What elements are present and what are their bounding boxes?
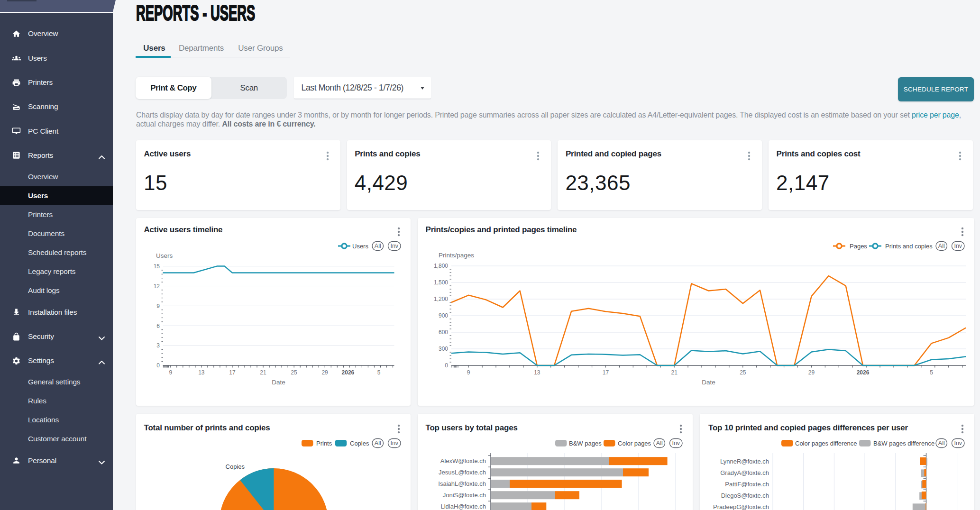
svg-text:25: 25: [740, 369, 746, 376]
svg-text:LidiaH@foxte.ch: LidiaH@foxte.ch: [440, 503, 486, 510]
svg-text:0: 0: [445, 362, 448, 369]
svg-text:Prints and copies: Prints and copies: [885, 243, 933, 250]
svg-text:Inv: Inv: [672, 440, 680, 446]
svg-text:LynneR@foxte.ch: LynneR@foxte.ch: [720, 458, 769, 465]
svg-text:All: All: [938, 440, 945, 446]
svg-text:2026: 2026: [342, 369, 355, 376]
svg-text:1,500: 1,500: [434, 279, 448, 286]
svg-text:Inv: Inv: [954, 243, 962, 249]
svg-text:All: All: [938, 243, 945, 249]
svg-text:1,800: 1,800: [434, 263, 448, 269]
svg-text:900: 900: [439, 312, 448, 319]
svg-text:9: 9: [156, 303, 160, 310]
svg-text:Color pages difference: Color pages difference: [795, 440, 857, 447]
svg-text:Inv: Inv: [390, 243, 398, 249]
svg-text:17: 17: [229, 369, 236, 376]
svg-text:600: 600: [439, 329, 448, 336]
svg-text:Copies: Copies: [226, 463, 245, 470]
svg-text:IsaiahL@foxte.ch: IsaiahL@foxte.ch: [438, 480, 486, 487]
svg-text:Color pages: Color pages: [618, 440, 651, 447]
svg-text:Prints/pages: Prints/pages: [439, 252, 474, 259]
svg-text:21: 21: [260, 369, 266, 376]
svg-text:2026: 2026: [857, 369, 870, 376]
svg-text:21: 21: [671, 369, 678, 376]
svg-text:JoniS@foxte.ch: JoniS@foxte.ch: [443, 492, 486, 499]
svg-text:Copies: Copies: [350, 440, 369, 447]
svg-text:29: 29: [321, 369, 328, 376]
svg-text:Users: Users: [352, 243, 368, 250]
svg-text:Prints: Prints: [316, 440, 332, 447]
svg-text:3: 3: [156, 342, 160, 349]
svg-text:Inv: Inv: [390, 440, 398, 446]
svg-text:JesusL@foxte.ch: JesusL@foxte.ch: [439, 469, 486, 476]
svg-text:29: 29: [808, 369, 815, 376]
svg-text:All: All: [656, 440, 663, 446]
svg-text:13: 13: [198, 369, 205, 376]
svg-text:12: 12: [154, 283, 160, 290]
svg-text:AlexW@foxte.ch: AlexW@foxte.ch: [440, 457, 486, 464]
svg-text:9: 9: [169, 369, 172, 376]
svg-text:Inv: Inv: [954, 440, 962, 446]
svg-text:15: 15: [154, 263, 160, 270]
svg-text:All: All: [375, 440, 381, 446]
svg-text:17: 17: [603, 369, 609, 376]
svg-text:Pages: Pages: [850, 243, 867, 250]
svg-text:Date: Date: [702, 379, 715, 386]
svg-text:1,200: 1,200: [434, 296, 448, 302]
svg-text:B&W pages difference: B&W pages difference: [873, 440, 934, 447]
svg-text:6: 6: [156, 323, 160, 329]
svg-text:5: 5: [930, 369, 933, 376]
svg-text:Date: Date: [272, 379, 285, 386]
svg-text:PradeepG@foxte.ch: PradeepG@foxte.ch: [713, 503, 769, 510]
svg-text:PattiF@foxte.ch: PattiF@foxte.ch: [725, 481, 769, 488]
svg-text:Users: Users: [156, 252, 173, 259]
svg-text:5: 5: [377, 369, 381, 376]
svg-text:DiegoS@foxte.ch: DiegoS@foxte.ch: [721, 492, 769, 499]
svg-text:All: All: [375, 243, 381, 249]
svg-text:300: 300: [439, 346, 448, 352]
svg-text:9: 9: [467, 369, 470, 376]
svg-text:25: 25: [291, 369, 297, 376]
svg-text:0: 0: [156, 362, 160, 369]
svg-text:13: 13: [534, 369, 540, 376]
svg-text:B&W pages: B&W pages: [569, 440, 602, 447]
svg-text:GradyA@foxte.ch: GradyA@foxte.ch: [720, 469, 769, 476]
